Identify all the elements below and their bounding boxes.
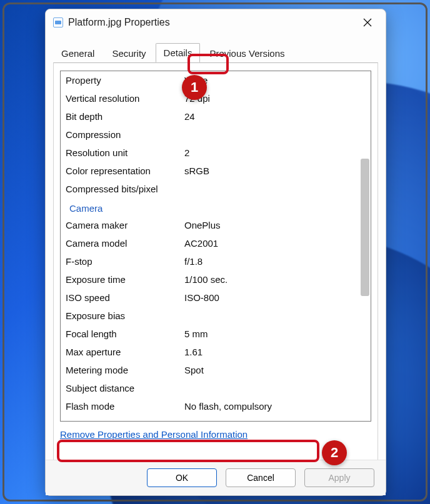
- close-button[interactable]: [357, 14, 378, 31]
- section-camera: Camera: [66, 198, 359, 216]
- list-item[interactable]: Flash energy: [66, 415, 359, 422]
- list-item[interactable]: Vertical resolution72 dpi: [66, 89, 359, 107]
- list-item[interactable]: Metering modeSpot: [66, 361, 359, 379]
- list-item[interactable]: Subject distance: [66, 379, 359, 397]
- list-item[interactable]: Camera makerOnePlus: [66, 216, 359, 234]
- list-item[interactable]: Exposure time1/100 sec.: [66, 270, 359, 289]
- list-item[interactable]: Compression: [66, 126, 359, 144]
- list-item[interactable]: Exposure bias: [66, 307, 359, 325]
- list-item[interactable]: Bit depth24: [66, 107, 359, 126]
- annotation-badge-1: 1: [182, 75, 207, 100]
- header-property: Property: [66, 75, 184, 86]
- ok-button[interactable]: OK: [147, 468, 217, 487]
- list-item[interactable]: Flash modeNo flash, compulsory: [66, 397, 359, 415]
- apply-button: Apply: [304, 468, 374, 487]
- annotation-badge-2: 2: [322, 440, 347, 465]
- list-item[interactable]: Max aperture1.61: [66, 343, 359, 361]
- properties-dialog: Platform.jpg Properties General Security…: [45, 9, 386, 496]
- file-icon: [53, 17, 63, 27]
- list-item[interactable]: F-stopf/1.8: [66, 252, 359, 270]
- tab-security[interactable]: Security: [104, 44, 154, 62]
- remove-properties-link[interactable]: Remove Properties and Personal Informati…: [60, 429, 248, 440]
- property-list[interactable]: Property Value Vertical resolution72 dpi…: [60, 71, 371, 422]
- list-item[interactable]: Compressed bits/pixel: [66, 180, 359, 198]
- list-item[interactable]: Resolution unit2: [66, 144, 359, 162]
- annotation-highlight-2: [57, 440, 319, 462]
- tab-general[interactable]: General: [53, 44, 102, 62]
- close-icon: [363, 18, 372, 27]
- list-item[interactable]: Camera modelAC2001: [66, 234, 359, 252]
- list-item[interactable]: Focal length5 mm: [66, 325, 359, 343]
- annotation-highlight-1: [188, 54, 229, 74]
- scrollbar-thumb[interactable]: [361, 159, 369, 296]
- scrollbar[interactable]: [361, 72, 369, 420]
- list-item[interactable]: ISO speedISO-800: [66, 289, 359, 307]
- header-value: Value: [184, 75, 359, 86]
- window-title: Platform.jpg Properties: [68, 17, 170, 28]
- cancel-button[interactable]: Cancel: [226, 468, 296, 487]
- list-item[interactable]: Color representationsRGB: [66, 162, 359, 180]
- titlebar: Platform.jpg Properties: [46, 9, 386, 36]
- details-panel: Property Value Vertical resolution72 dpi…: [53, 62, 378, 462]
